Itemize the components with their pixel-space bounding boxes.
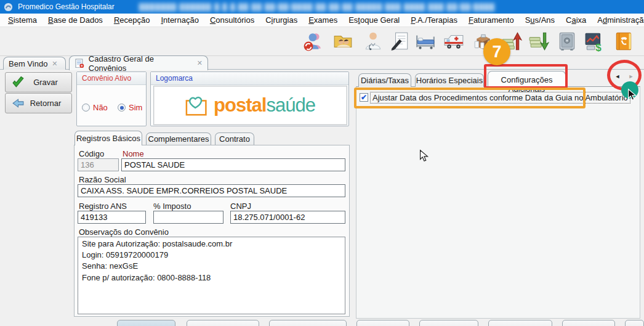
retornar-label: Retornar bbox=[25, 99, 71, 108]
menu-item-faturamento[interactable]: Faturamento bbox=[463, 14, 520, 26]
close-icon[interactable]: ✕ bbox=[52, 60, 57, 68]
tab-bem-vindo-label: Bem Vindo bbox=[9, 59, 47, 68]
convenio-ativo-title: Convênio Ativo bbox=[77, 72, 146, 85]
bottom-tab-sliver[interactable] bbox=[625, 320, 644, 326]
ambulance-icon[interactable] bbox=[442, 30, 465, 53]
tab-complementares[interactable]: Complementares bbox=[146, 132, 211, 145]
menu-item-caixa[interactable]: Caixa bbox=[560, 14, 592, 26]
green-check-icon bbox=[12, 76, 25, 89]
user-sync-icon[interactable] bbox=[302, 30, 325, 53]
form-document-icon bbox=[74, 59, 84, 68]
menu-item-sus-ans[interactable]: Sus/Ans bbox=[520, 14, 560, 26]
retornar-button[interactable]: Retornar bbox=[5, 93, 72, 113]
step-badge-7: 7 bbox=[483, 38, 510, 65]
red-highlight-box bbox=[484, 64, 568, 89]
tab-registros-basicos-label: Registros Básicos bbox=[76, 134, 140, 143]
close-icon[interactable]: ✕ bbox=[197, 59, 203, 67]
cnpj-input[interactable] bbox=[230, 211, 345, 224]
bottom-tab-sliver[interactable] bbox=[356, 320, 409, 326]
razao-social-input[interactable] bbox=[78, 184, 345, 197]
menu-item-internacao[interactable]: Internação bbox=[155, 14, 204, 26]
convenio-ativo-groupbox: Convênio Ativo Não Sim bbox=[76, 71, 147, 126]
phone-book-icon[interactable] bbox=[612, 30, 635, 53]
menu-item-estoque-geral[interactable]: Estoque Geral bbox=[343, 14, 405, 26]
menu-bar: Sistema Base de Dados Recepção Internaçã… bbox=[0, 14, 644, 27]
menu-item-recepcao[interactable]: Recepção bbox=[108, 14, 156, 26]
svg-text:$: $ bbox=[595, 42, 602, 52]
radio-sim-label: Sim bbox=[129, 103, 142, 112]
tab-bem-vindo[interactable]: Bem Vindo ✕ bbox=[3, 57, 66, 70]
contract-icon[interactable] bbox=[388, 30, 412, 53]
tab-horarios-especiais-label: Horários Especiais bbox=[416, 76, 483, 85]
menu-item-base-de-dados[interactable]: Base de Dados bbox=[42, 14, 108, 26]
radio-nao-label: Não bbox=[93, 103, 108, 112]
gravar-label: Gravar bbox=[25, 78, 71, 87]
radio-circle-nao[interactable] bbox=[82, 104, 90, 112]
radio-sim[interactable]: Sim bbox=[118, 103, 142, 112]
logo-text-saude: saúde bbox=[266, 94, 315, 116]
tab-horarios-especiais[interactable]: Horários Especiais bbox=[415, 73, 484, 87]
tab-registros-basicos[interactable]: Registros Básicos bbox=[74, 131, 142, 145]
tab-diarias-taxas[interactable]: Diárias/Taxas bbox=[358, 73, 411, 87]
imposto-input[interactable] bbox=[153, 211, 223, 224]
window-title: Promedico Gestão Hospitalar bbox=[18, 2, 115, 11]
patients-folder-icon[interactable] bbox=[331, 30, 355, 53]
tab-contrato[interactable]: Contrato bbox=[215, 132, 254, 145]
bottom-tab-sliver[interactable] bbox=[419, 320, 478, 326]
menu-item-administracao[interactable]: Administração bbox=[592, 14, 644, 26]
registro-ans-label: Registro ANS bbox=[79, 202, 127, 211]
envelope-heart-icon bbox=[185, 93, 211, 118]
radio-nao[interactable]: Não bbox=[82, 103, 108, 112]
tab-complementares-label: Complementares bbox=[148, 134, 209, 144]
menu-item-pa-terapias[interactable]: P.A./Terapias bbox=[405, 14, 463, 26]
finance-chart-icon[interactable]: $ bbox=[582, 30, 606, 53]
annotation-cursor bbox=[626, 88, 639, 104]
codigo-input bbox=[78, 158, 119, 171]
nome-input[interactable] bbox=[121, 158, 345, 171]
doctor-icon[interactable] bbox=[361, 30, 385, 53]
tab-diarias-taxas-label: Diárias/Taxas bbox=[361, 76, 409, 85]
configuracoes-adicionais-panel bbox=[356, 86, 640, 319]
payment-down-icon[interactable] bbox=[527, 30, 550, 53]
bottom-tab-sliver[interactable] bbox=[269, 320, 347, 326]
logomarca-title: Logomarca bbox=[151, 72, 348, 85]
back-arrow-icon bbox=[12, 97, 25, 110]
logo-image: postal saúde bbox=[153, 86, 347, 125]
menu-item-exames[interactable]: Exames bbox=[303, 14, 343, 26]
nome-label: Nome bbox=[123, 149, 144, 158]
mouse-cursor bbox=[417, 149, 431, 165]
cnpj-label: CNPJ bbox=[230, 202, 251, 211]
gravar-button[interactable]: Gravar bbox=[5, 72, 72, 92]
codigo-label: Código bbox=[79, 149, 104, 158]
app-icon bbox=[4, 2, 13, 12]
tab-cadastro-label: Cadastro Geral de Convênios bbox=[89, 54, 193, 73]
bottom-tab-sliver[interactable] bbox=[488, 320, 552, 326]
safe-icon[interactable] bbox=[555, 30, 579, 53]
observacoes-textarea[interactable]: Site para Autorização: postalsaude.com.b… bbox=[78, 237, 345, 314]
tab-contrato-label: Contrato bbox=[219, 134, 250, 144]
imposto-label: % Imposto bbox=[153, 202, 191, 211]
bottom-tab-sliver[interactable] bbox=[562, 320, 615, 326]
radio-circle-sim[interactable] bbox=[118, 104, 126, 112]
observacoes-label: Observaçõs do Convênio bbox=[79, 227, 169, 237]
razao-social-label: Razão Social bbox=[79, 175, 126, 184]
menu-item-consultorios[interactable]: Consultórios bbox=[204, 14, 260, 26]
title-version-blurred: ███████ ██████ █.█.█.██ ██ ██/██/████ ██… bbox=[139, 3, 495, 10]
registro-ans-input[interactable] bbox=[78, 211, 146, 224]
menu-item-cirurgias[interactable]: Cirurgias bbox=[260, 14, 303, 26]
orange-highlight-box bbox=[354, 88, 586, 108]
logo-text-postal: postal bbox=[214, 94, 266, 116]
tab-cadastro-geral-convenios[interactable]: Cadastro Geral de Convênios ✕ bbox=[69, 55, 208, 70]
title-bar: Promedico Gestão Hospitalar ███████ ████… bbox=[0, 0, 644, 14]
menu-item-sistema[interactable]: Sistema bbox=[2, 14, 42, 26]
bottom-tab-sliver[interactable] bbox=[117, 320, 175, 326]
app-window: Promedico Gestão Hospitalar ███████ ████… bbox=[0, 0, 644, 326]
hospital-bed-icon[interactable] bbox=[414, 30, 437, 53]
bottom-tab-sliver[interactable] bbox=[187, 320, 259, 326]
